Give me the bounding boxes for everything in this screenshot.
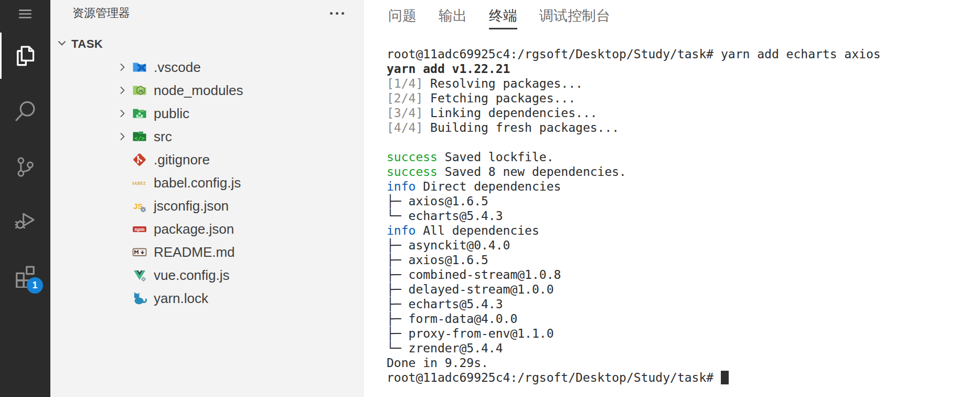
file-tree: .vscode JS node_modules public <box>50 56 363 310</box>
terminal-line: ├─ asynckit@0.4.0 <box>387 238 980 253</box>
terminal-line: root@11adc69925c4:/rgsoft/Desktop/Study/… <box>387 47 980 61</box>
tree-row[interactable]: public <box>50 102 363 125</box>
tree-row[interactable]: </> src <box>50 125 363 148</box>
file-label: jsconfig.json <box>154 198 229 214</box>
terminal-line: ├─ echarts@5.4.3 <box>387 297 980 311</box>
terminal-line: ├─ delayed-stream@1.0.0 <box>387 282 980 297</box>
terminal-line: └─ zrender@5.4.4 <box>387 341 980 356</box>
chevron-right-icon <box>116 176 132 189</box>
activity-item-extensions[interactable]: 1 <box>0 253 50 299</box>
terminal-line: [1/4] Resolving packages... <box>387 76 980 91</box>
file-label: README.md <box>154 244 235 260</box>
svg-text:JS: JS <box>138 89 143 93</box>
yarn-icon <box>132 291 147 306</box>
panel-tab-bar: 问题输出终端调试控制台 <box>364 0 980 32</box>
svg-text:BABEL: BABEL <box>132 181 147 186</box>
terminal-line: ├─ form-data@4.0.0 <box>387 311 980 326</box>
activity-bar: 1 <box>0 0 50 397</box>
terminal-line: success Saved 8 new dependencies. <box>387 164 980 179</box>
vscode-window: 1 资源管理器 TASK .vscode <box>0 0 980 397</box>
sidebar-header: 资源管理器 <box>50 0 363 26</box>
ellipsis-icon <box>330 12 333 15</box>
file-label: public <box>154 106 189 122</box>
terminal[interactable]: root@11adc69925c4:/rgsoft/Desktop/Study/… <box>387 32 980 397</box>
menu-button[interactable] <box>0 0 50 27</box>
panel-tab[interactable]: 调试控制台 <box>539 0 610 32</box>
terminal-line: success Saved lockfile. <box>387 150 980 164</box>
terminal-line: info All dependencies <box>387 223 980 238</box>
file-label: vue.config.js <box>154 267 230 284</box>
tree-row[interactable]: JS node_modules <box>50 79 363 102</box>
git-icon <box>132 152 147 167</box>
terminal-line: Done in 9.29s. <box>387 356 980 370</box>
tree-row[interactable]: README.md <box>50 241 363 264</box>
node-modules-folder-icon: JS <box>132 83 147 98</box>
tree-row[interactable]: BABEL babel.config.js <box>50 171 363 194</box>
terminal-cursor <box>721 371 729 384</box>
source-control-icon <box>13 155 37 179</box>
chevron-right-icon <box>116 246 132 258</box>
terminal-line: ├─ axios@1.6.5 <box>387 253 980 267</box>
files-icon <box>13 44 37 68</box>
panel-tab[interactable]: 问题 <box>388 0 417 32</box>
terminal-line: [3/4] Linking dependencies... <box>387 106 980 120</box>
search-icon <box>13 99 37 123</box>
jsconfig-icon: JS <box>132 198 147 213</box>
tree-row[interactable]: yarn.lock <box>50 287 363 310</box>
terminal-line: yarn add v1.22.21 <box>387 61 980 76</box>
chevron-right-icon <box>116 292 132 305</box>
terminal-line: root@11adc69925c4:/rgsoft/Desktop/Study/… <box>387 370 980 385</box>
chevron-right-icon <box>116 107 132 120</box>
activity-item-source-control[interactable] <box>0 144 50 190</box>
tree-row[interactable]: vue.config.js <box>50 264 363 287</box>
file-label: node_modules <box>154 82 243 99</box>
chevron-down-icon <box>56 37 68 51</box>
bottom-panel: 问题输出终端调试控制台 root@11adc69925c4:/rgsoft/De… <box>364 0 980 397</box>
terminal-line: [4/4] Building fresh packages... <box>387 120 980 135</box>
npm-icon: npm <box>132 222 147 236</box>
hamburger-icon <box>17 5 34 22</box>
extensions-badge: 1 <box>27 277 43 294</box>
file-label: .gitignore <box>154 152 210 168</box>
terminal-line: ├─ axios@1.6.5 <box>387 194 980 208</box>
chevron-right-icon <box>116 84 132 97</box>
sidebar-title: 资源管理器 <box>72 5 130 21</box>
file-label: babel.config.js <box>154 175 241 191</box>
file-label: .vscode <box>154 59 201 76</box>
tree-row[interactable]: npm package.json <box>50 217 363 241</box>
tree-row[interactable]: .gitignore <box>50 148 363 171</box>
panel-tab[interactable]: 输出 <box>439 0 467 32</box>
activity-item-explorer[interactable] <box>0 33 50 79</box>
activity-item-search[interactable] <box>0 88 50 134</box>
tree-row[interactable]: JS jsconfig.json <box>50 194 363 217</box>
tree-row[interactable]: .vscode <box>50 56 363 79</box>
chevron-right-icon <box>116 130 132 143</box>
explorer-sidebar: 资源管理器 TASK .vscode <box>50 0 364 397</box>
file-label: src <box>154 129 172 145</box>
public-folder-icon <box>132 106 147 121</box>
svg-text:npm: npm <box>135 227 145 232</box>
panel-tab[interactable]: 终端 <box>489 0 517 32</box>
section-label: TASK <box>71 37 103 51</box>
activity-item-run-debug[interactable] <box>0 197 50 244</box>
svg-text:</>: </> <box>134 135 145 142</box>
chevron-right-icon <box>116 269 132 281</box>
terminal-line: └─ echarts@5.4.3 <box>387 208 980 223</box>
chevron-right-icon <box>116 200 132 212</box>
terminal-line: [2/4] Fetching packages... <box>387 91 980 106</box>
file-label: package.json <box>154 221 234 237</box>
debug-icon <box>13 208 37 233</box>
terminal-line: info Direct dependencies <box>387 179 980 194</box>
terminal-line: ├─ combined-stream@1.0.8 <box>387 267 980 282</box>
chevron-right-icon <box>116 223 132 235</box>
terminal-line <box>387 135 980 150</box>
more-actions-button[interactable] <box>325 5 348 21</box>
file-label: yarn.lock <box>154 290 208 307</box>
src-folder-icon: </> <box>132 129 147 144</box>
vscode-folder-icon <box>132 60 147 75</box>
babel-icon: BABEL <box>132 175 147 190</box>
chevron-right-icon <box>116 153 132 166</box>
chevron-right-icon <box>116 61 132 74</box>
terminal-line: ├─ proxy-from-env@1.1.0 <box>387 326 980 341</box>
section-header-task[interactable]: TASK <box>50 33 363 56</box>
